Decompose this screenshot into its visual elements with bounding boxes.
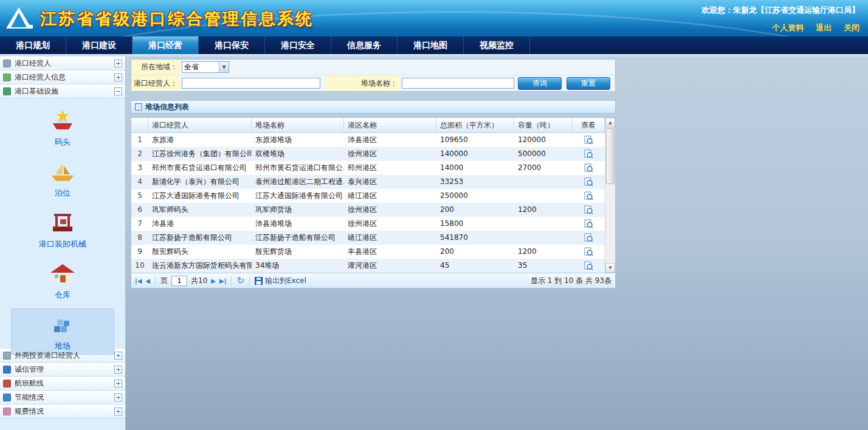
view-icon[interactable]	[573, 133, 605, 147]
facility-warehouse[interactable]: 仓库	[11, 258, 114, 304]
col-yard-name[interactable]: 堆场名称	[252, 118, 344, 132]
logout-link[interactable]: 退出	[816, 23, 832, 32]
expand-toggle[interactable]: +	[114, 60, 122, 67]
divider	[249, 276, 250, 285]
col-row-number	[131, 118, 148, 132]
cell-operator: 新浦化学（泰兴）有限公司	[148, 175, 252, 189]
tab-video-monitor[interactable]: 视频监控	[464, 36, 530, 54]
close-link[interactable]: 关闭	[844, 23, 859, 32]
col-operator[interactable]: 港口经营人	[148, 118, 252, 132]
view-icon[interactable]	[573, 231, 605, 245]
next-page-icon[interactable]: ▶	[211, 278, 216, 284]
chevron-down-icon[interactable]: ▼	[219, 62, 229, 72]
operator-info-icon	[3, 73, 11, 81]
scroll-down-icon[interactable]: ▼	[605, 263, 615, 273]
cell-operator: 江苏新扬子造船有限公司	[148, 231, 252, 245]
view-icon[interactable]	[573, 259, 605, 273]
query-button[interactable]: 查询	[518, 77, 562, 90]
collapse-toggle[interactable]: −	[114, 87, 122, 95]
cell-operator: 江苏徐州港务（集团）有限公司	[148, 147, 252, 161]
sidebar-group-energy[interactable]: 节能情况 +	[0, 391, 125, 404]
table-row[interactable]: 3 邳州市黄石货运港口有限公司 邳州市黄石货运港口有限公... 邳州港区 140…	[131, 161, 615, 175]
last-page-icon[interactable]: ▶|	[219, 278, 226, 284]
expand-toggle[interactable]: +	[114, 408, 122, 415]
yard-name-label: 堆场名称：	[326, 75, 400, 91]
energy-icon	[3, 394, 11, 401]
sidebar-group-routes[interactable]: 航班航线 +	[0, 377, 125, 391]
refresh-icon[interactable]: ↻	[236, 276, 244, 285]
view-icon[interactable]	[573, 175, 605, 189]
scrollbar-thumb[interactable]	[606, 128, 615, 184]
facility-label: 仓库	[55, 290, 71, 301]
tab-info-service[interactable]: 信息服务	[331, 36, 398, 54]
operator-input[interactable]	[182, 78, 320, 89]
expand-toggle[interactable]: +	[114, 73, 122, 81]
region-selected-value: 全省	[182, 62, 219, 72]
prev-page-icon[interactable]: ◀	[145, 278, 150, 284]
profile-link[interactable]: 个人资料	[772, 23, 804, 32]
table-row[interactable]: 5 江苏大通国际港务有限公司 江苏大通国际港务有限公司 靖江港区 250000	[131, 189, 615, 203]
expand-toggle[interactable]: +	[114, 366, 122, 374]
sidebar-group-infrastructure[interactable]: 港口基础设施 −	[0, 84, 125, 98]
view-icon[interactable]	[573, 245, 605, 259]
tab-port-security[interactable]: 港口保安	[199, 36, 265, 54]
save-icon	[255, 277, 263, 285]
cell-operator: 东原港	[148, 133, 252, 147]
cell-capacity	[514, 175, 573, 189]
tab-port-map[interactable]: 港口地图	[398, 36, 464, 54]
table-row[interactable]: 1 东原港 东原港堆场 沛县港区 109650 120000	[131, 133, 615, 147]
table-row[interactable]: 8 江苏新扬子造船有限公司 江苏新扬子造船有限公司 靖江港区 541870	[131, 231, 615, 245]
app-logo-icon	[6, 6, 34, 32]
tab-port-planning[interactable]: 港口规划	[0, 36, 66, 54]
yard-name-input[interactable]	[402, 78, 514, 89]
export-excel-button[interactable]: 输出到Excel	[255, 276, 306, 286]
sidebar-group-fees[interactable]: 规费情况 +	[0, 404, 125, 418]
table-scrollbar[interactable]: ▲ ▼	[605, 118, 615, 273]
view-icon[interactable]	[573, 147, 605, 161]
table-row[interactable]: 2 江苏徐州港务（集团）有限公司 双楼堆场 徐州港区 140000 500000	[131, 147, 615, 161]
view-icon[interactable]	[573, 161, 605, 175]
region-label: 所在地域：	[131, 60, 180, 75]
sidebar-group-operator-info[interactable]: 港口经营人信息 +	[0, 70, 125, 84]
facility-wharf[interactable]: 码头	[11, 104, 114, 151]
table-row[interactable]: 7 沛县港 沛县港堆场 徐州港区 15800	[131, 217, 615, 231]
view-icon[interactable]	[573, 217, 605, 231]
view-icon[interactable]	[573, 189, 605, 203]
expand-toggle[interactable]: +	[114, 380, 122, 387]
page-number-input[interactable]	[171, 276, 187, 286]
cell-area: 140000	[436, 147, 514, 161]
col-total-area[interactable]: 总面积（平方米）	[436, 118, 514, 132]
expand-toggle[interactable]: +	[114, 394, 122, 401]
tab-port-safety[interactable]: 港口安全	[265, 36, 331, 54]
table-row[interactable]: 6 巩军师码头 巩军师货场 徐州港区 200 1200	[131, 203, 615, 217]
row-number: 9	[131, 245, 148, 259]
first-page-icon[interactable]: |◀	[135, 278, 142, 284]
total-pages-label: 共10	[191, 276, 207, 286]
nav-divider	[0, 54, 868, 56]
integrity-icon	[3, 366, 11, 374]
row-number: 3	[131, 161, 148, 175]
region-select[interactable]: 全省 ▼	[182, 61, 229, 73]
expand-toggle[interactable]: +	[114, 352, 122, 360]
tab-port-construction[interactable]: 港口建设	[66, 36, 133, 54]
facility-label: 泊位	[55, 188, 71, 199]
facility-machinery[interactable]: 港口装卸机械	[11, 206, 114, 253]
facility-berth[interactable]: 泊位	[11, 155, 114, 202]
col-district[interactable]: 港区名称	[344, 118, 436, 132]
sidebar-group-integrity[interactable]: 诚信管理 +	[0, 363, 125, 377]
table-row[interactable]: 4 新浦化学（泰兴）有限公司 泰州港过船港区二期工程通... 泰兴港区 3325…	[131, 175, 615, 189]
table-row[interactable]: 10 连云港新东方国际货柜码头有限... 34堆场 灌河港区 45 35	[131, 259, 615, 273]
table-row[interactable]: 9 殷宪辉码头 殷宪辉货场 丰县港区 200 1200	[131, 245, 615, 259]
cell-district: 丰县港区	[344, 245, 436, 259]
reset-button[interactable]: 重置	[567, 77, 610, 90]
row-number: 7	[131, 217, 148, 231]
facility-yard[interactable]: 堆场	[11, 309, 114, 355]
sidebar-group-foreign-investment[interactable]: 外商投资港口经营人 +	[0, 349, 125, 363]
view-icon[interactable]	[573, 203, 605, 217]
cell-district: 靖江港区	[344, 231, 436, 245]
tab-port-operation[interactable]: 港口经营	[133, 36, 199, 54]
sidebar-group-port-operator[interactable]: 港口经营人 +	[0, 56, 125, 70]
cell-yard: 沛县港堆场	[252, 217, 344, 231]
col-capacity[interactable]: 容量（吨）	[514, 118, 573, 132]
scroll-up-icon[interactable]: ▲	[605, 118, 615, 128]
